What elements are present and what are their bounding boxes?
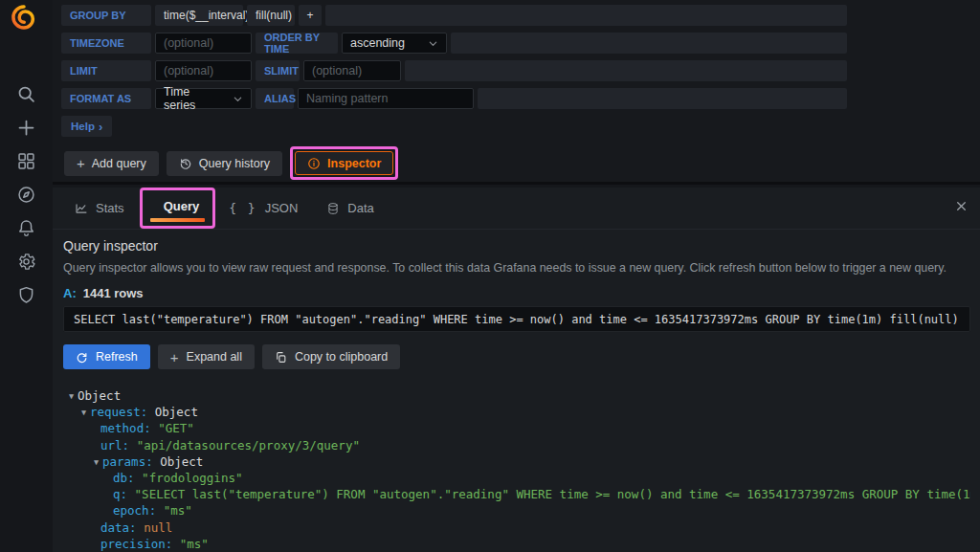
query-param-input-wrap[interactable] [155,60,252,81]
inspector-label: Inspector [327,157,381,170]
explore-compass-icon[interactable] [0,178,53,211]
query-param-input-wrap[interactable] [298,88,474,109]
json-tree-line: db: "frodologgins" [67,470,970,486]
close-drawer-button[interactable] [950,195,971,216]
json-value: "GET" [158,421,194,435]
query-param-input[interactable] [312,64,392,77]
tab-data[interactable]: Data [326,201,373,215]
chart-icon [75,202,88,215]
query-editor-row: GROUP BYtime($__interval)fill(null)+ [61,5,847,26]
tab-label: Query [164,199,200,213]
query-param-input-wrap[interactable] [155,33,252,54]
help-label: Help [71,121,95,132]
query-editor-row: LIMITSLIMIT [61,60,847,81]
chevron-down-icon [428,38,438,49]
refresh-label: Refresh [96,350,138,364]
json-value: "ms" [164,503,192,518]
inspector-button[interactable]: Inspector [295,151,393,175]
plus-icon[interactable] [0,111,53,144]
query-tab-highlight-annotation: Query [140,188,216,229]
dashboards-icon[interactable] [0,144,53,178]
active-tab-underline [150,218,206,222]
copy-to-clipboard-button[interactable]: Copy to clipboard [262,344,400,369]
row-filler [325,5,847,26]
raw-query-text: SELECT last("temperature") FROM "autogen… [63,306,970,332]
query-part-chip[interactable]: time($__interval) [155,5,243,26]
query-inspector-title: Query inspector [63,238,970,254]
json-value: "SELECT last("temperature") FROM "autoge… [135,487,970,501]
query-toolbar: + Add query Query history Inspector [64,146,398,180]
expand-all-label: Expand all [187,350,242,364]
query-param-label: SLIMIT [256,60,300,81]
json-tree-line: q: "SELECT last("temperature") FROM "aut… [67,486,970,502]
query-param-input[interactable] [306,92,465,105]
json-tree-line: url: "api/datasources/proxy/3/query" [67,437,970,453]
grafana-logo[interactable] [11,4,37,31]
info-icon [307,157,321,170]
json-tree-line: epoch: "ms" [67,502,970,519]
history-icon [179,157,192,170]
query-param-input[interactable] [164,36,243,50]
help-button[interactable]: Help › [61,116,112,137]
query-result-summary: A: 1441 rows [63,286,970,300]
expand-all-button[interactable]: + Expand all [158,344,255,369]
server-admin-shield-icon[interactable] [0,278,53,312]
query-param-label: FORMAT AS [61,88,151,109]
tab-label: JSON [265,201,299,215]
row-count: 1441 rows [83,286,144,300]
collapse-arrow-icon[interactable]: ▼ [81,405,90,421]
json-tree-line: ▼Object [67,387,970,404]
json-tree-line: ▼request: Object [67,404,970,420]
inspector-actions: Refresh + Expand all Copy to clipboard [63,344,970,369]
tab-label: Stats [96,201,124,215]
query-param-label: ORDER BY TIME [256,33,338,54]
json-value: Object [160,454,203,469]
row-filler [478,88,847,109]
left-nav-sidebar [0,0,53,552]
search-icon[interactable] [0,77,53,111]
alerting-bell-icon[interactable] [0,211,53,245]
json-key: params: [102,454,153,469]
json-value: null [144,520,172,535]
json-key: url: [100,438,129,453]
json-key: request: [90,405,147,419]
braces-icon: { } [229,201,256,215]
sync-icon [76,351,88,364]
json-value: "frodologgins" [142,471,242,485]
collapse-arrow-icon[interactable]: ▼ [69,388,78,405]
tab-query[interactable]: Query [145,192,212,224]
refresh-button[interactable]: Refresh [63,344,150,369]
select-value: Time series [164,85,225,112]
query-param-label: GROUP BY [61,5,151,26]
add-query-label: Add query [92,157,146,170]
chevron-down-icon [233,94,243,104]
tab-json[interactable]: { }JSON [229,201,298,215]
query-param-input-wrap[interactable] [303,60,401,81]
database-icon [326,202,340,215]
inspector-highlight-annotation: Inspector [290,146,398,180]
collapse-arrow-icon[interactable]: ▼ [94,454,102,471]
query-editor-row: TIMEZONEORDER BY TIMEascending [61,33,847,54]
query-param-select[interactable]: Time series [155,88,252,109]
inspector-tabbar: StatsQuery{ }JSONData [53,188,980,230]
add-group-by-button[interactable]: + [299,5,322,26]
query-part-chip[interactable]: fill(null) [247,5,295,26]
add-query-button[interactable]: + Add query [64,151,159,176]
query-param-select[interactable]: ascending [342,33,447,54]
json-tree-line: precision: "ms" [67,536,970,552]
angle-right-icon: › [99,120,102,134]
tab-stats[interactable]: Stats [75,201,124,215]
query-history-button[interactable]: Query history [167,151,282,176]
json-key: data: [100,520,137,535]
response-json-tree: ▼Object▼request: Objectmethod: "GET"url:… [63,387,970,552]
query-param-input[interactable] [164,64,243,77]
json-key: precision: [100,537,172,551]
json-value: Object [155,405,198,419]
query-editor-panel: GROUP BYtime($__interval)fill(null)+TIME… [53,0,980,185]
query-editor-row: FORMAT ASTime seriesALIAS [61,88,847,109]
select-value: ascending [350,36,405,50]
json-tree-line: ▼params: Object [67,453,970,470]
query-param-label: TIMEZONE [61,33,151,54]
json-key: q: [113,487,127,501]
configuration-gear-icon[interactable] [0,245,53,278]
